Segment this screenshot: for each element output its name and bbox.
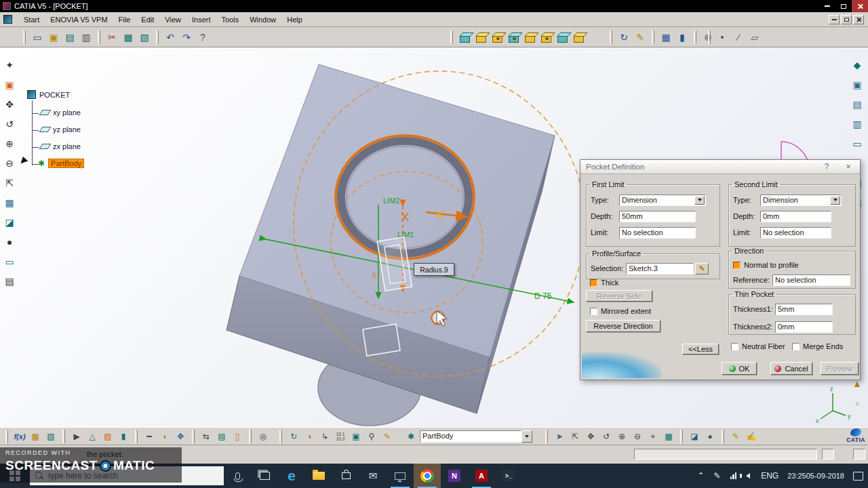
partbody-combobox[interactable]: PartBody <box>420 430 532 443</box>
quick-view-icon[interactable]: ◪ <box>688 429 701 444</box>
constraint-icon[interactable]: ⚲ <box>365 429 378 444</box>
save-icon[interactable]: ▤ <box>62 29 77 45</box>
command-field[interactable] <box>634 449 817 460</box>
cut-icon[interactable]: ✂ <box>104 29 119 45</box>
line-icon[interactable]: ∕ <box>731 29 746 45</box>
camera-icon[interactable]: ◎ <box>256 429 270 444</box>
fly-mode-icon[interactable]: ✦ <box>1 58 18 73</box>
shaft-icon[interactable] <box>506 29 521 45</box>
paint-bucket-icon[interactable]: ◗ <box>158 429 172 444</box>
groove-icon[interactable] <box>522 29 537 45</box>
analysis-icon[interactable]: △ <box>85 429 99 444</box>
ruler-icon[interactable]: ━ <box>142 429 156 444</box>
edge-app-button[interactable]: e <box>278 464 305 488</box>
point-icon[interactable]: • <box>715 29 730 45</box>
task-view-button[interactable] <box>251 464 278 488</box>
rotate-icon[interactable]: ↺ <box>1 117 18 131</box>
first-limit-selection-field[interactable]: No selection <box>619 227 696 239</box>
normal-view2-icon[interactable]: ⌖ <box>646 429 660 444</box>
store-app-button[interactable] <box>332 464 359 488</box>
snap-to-grid-icon[interactable]: ▮ <box>675 29 690 45</box>
layers-icon[interactable]: ▤ <box>1 274 18 289</box>
pocket-icon[interactable] <box>490 29 505 45</box>
measure-item-icon[interactable]: 10.110.0 <box>334 429 347 444</box>
redo-icon[interactable]: ↷ <box>179 29 194 45</box>
apply-material-icon[interactable]: ▨ <box>101 429 115 444</box>
swap-visible-space-icon[interactable]: ⇆ <box>199 429 213 444</box>
annotation-icon[interactable]: ▫ <box>849 396 865 411</box>
tree-node-partbody[interactable]: ✱ PartBody <box>38 159 84 168</box>
axis-system-icon[interactable]: ✥ <box>174 429 187 444</box>
view-mode-icon[interactable]: ● <box>703 429 717 444</box>
lim2-label[interactable]: LIM2 <box>383 197 399 205</box>
select-box-icon[interactable]: ▣ <box>1 77 18 92</box>
fit-all-in-icon[interactable]: ⇱ <box>568 429 582 444</box>
thickness1-value-label[interactable]: 5 <box>456 216 460 223</box>
pan-view-icon[interactable]: ✥ <box>584 429 597 444</box>
partbody-combo-value[interactable]: PartBody <box>420 430 521 443</box>
child-close-button[interactable] <box>853 15 864 24</box>
toolbar-grip[interactable] <box>545 430 548 443</box>
tree-node-root[interactable]: POCKET <box>27 90 70 99</box>
menu-help[interactable]: Help <box>281 14 308 25</box>
paste-icon[interactable]: ▧ <box>137 29 152 45</box>
diameter-dimension-label[interactable]: D 75 <box>534 291 552 301</box>
update-icon[interactable]: ↻ <box>616 29 631 45</box>
toolbar-grip[interactable] <box>62 430 65 443</box>
new-file-icon[interactable]: ▭ <box>30 29 45 45</box>
copy-icon[interactable]: ▦ <box>121 29 136 45</box>
mean-dimensions-icon[interactable]: ▯ <box>231 429 244 444</box>
zoom-in-view-icon[interactable]: ⊕ <box>615 429 629 444</box>
isometric-view-icon[interactable]: ◪ <box>1 215 18 230</box>
graduated-dimensions-icon[interactable]: ▤ <box>215 429 229 444</box>
language-button[interactable]: ENG <box>756 464 783 488</box>
update-all-icon[interactable]: ↻ <box>287 429 300 444</box>
toolbar-grip[interactable] <box>680 430 683 443</box>
thick-checkbox[interactable] <box>590 279 597 287</box>
zoom-out-view-icon[interactable]: ⊖ <box>631 429 644 444</box>
manipulation-icon[interactable]: ◑ <box>302 429 316 444</box>
catalog-browser-icon[interactable]: ▧ <box>44 429 58 444</box>
view-mode-1-icon[interactable]: ▣ <box>849 77 865 92</box>
zoom-out-icon[interactable]: ⊖ <box>1 156 18 171</box>
xy-plane-label[interactable]: xy plane <box>53 108 81 117</box>
first-limit-type-dropdown[interactable]: Dimension <box>619 195 706 206</box>
toolbar-grip[interactable] <box>450 30 453 44</box>
reference-field[interactable]: No selection <box>772 274 850 286</box>
toolbar-grip[interactable] <box>249 430 252 443</box>
pan-icon[interactable]: ✥ <box>1 97 18 112</box>
dialog-help-button[interactable]: ? <box>821 162 833 171</box>
formula-icon[interactable]: f(x) <box>13 429 26 444</box>
rib-icon[interactable] <box>555 29 570 45</box>
render-style-icon[interactable]: ✎ <box>729 429 743 444</box>
dropdown-arrow-button[interactable] <box>830 196 840 205</box>
normal-to-profile-checkbox[interactable] <box>733 262 741 269</box>
workbench-icon[interactable]: ◆ <box>849 58 865 73</box>
thickness2-value-label[interactable]: 5 <box>372 272 376 279</box>
menu-insert[interactable]: Insert <box>186 14 216 25</box>
zoom-in-icon[interactable]: ⊕ <box>1 136 18 151</box>
network-button[interactable] <box>726 464 742 488</box>
rotate-view-icon[interactable]: ↺ <box>599 429 613 444</box>
tree-node-zx-plane[interactable]: zx plane <box>41 142 81 150</box>
plane-icon[interactable]: ▱ <box>747 29 762 45</box>
child-restore-button[interactable] <box>841 15 852 24</box>
multi-view-icon[interactable]: ▦ <box>1 195 18 210</box>
pattern-icon[interactable]: ▮ <box>117 429 130 444</box>
mirrored-extent-checkbox[interactable] <box>590 308 597 315</box>
reverse-direction-button[interactable]: Reverse Direction <box>586 320 660 332</box>
menu-view[interactable]: View <box>159 14 186 25</box>
tray-pen-button[interactable]: ✎ <box>709 464 726 488</box>
second-limit-selection-field[interactable]: No selection <box>760 227 831 239</box>
axis-icon[interactable]: ↳ <box>318 429 332 444</box>
onenote-app-button[interactable]: N <box>441 464 468 488</box>
grid-icon[interactable]: ▦ <box>658 29 673 45</box>
menu-tools[interactable]: Tools <box>216 14 244 25</box>
status-lock-box[interactable] <box>853 449 865 460</box>
paint-icon[interactable]: ✎ <box>633 29 648 45</box>
chrome-app-button[interactable] <box>414 464 441 488</box>
first-limit-depth-field[interactable]: 50mm <box>619 211 696 222</box>
menu-file[interactable]: File <box>113 14 136 25</box>
undo-icon[interactable]: ↶ <box>163 29 178 45</box>
toolbar-grip[interactable] <box>652 30 654 44</box>
